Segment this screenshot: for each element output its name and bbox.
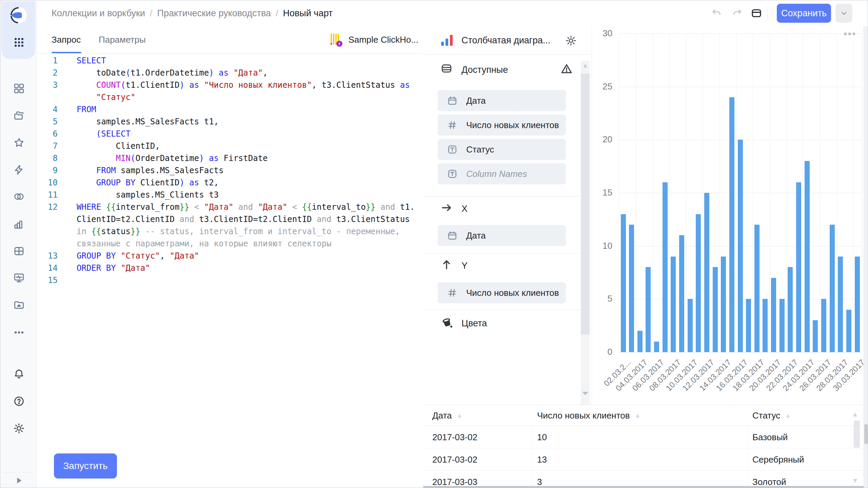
code-line[interactable]: 2 toDate(t1.OrderDatetime) as "Дата",: [37, 67, 423, 79]
code-line[interactable]: 1SELECT: [37, 55, 423, 67]
undo-icon[interactable]: [711, 7, 723, 19]
breadcrumb-collections[interactable]: Коллекции и воркбуки: [52, 8, 145, 19]
table-horizontal-scrollbar[interactable]: [423, 486, 864, 488]
bar-2017-03-02: [621, 214, 626, 352]
bar-2017-03-24: [805, 161, 810, 352]
datalens-logo[interactable]: [9, 6, 28, 25]
expand-sidebar-icon[interactable]: [14, 475, 24, 486]
topbar: Коллекции и воркбуки / Практические руко…: [37, 0, 868, 26]
services-icon[interactable]: [13, 83, 25, 94]
run-button[interactable]: Запустить: [54, 453, 117, 479]
table-header-label: Дата: [432, 410, 452, 421]
bar-2017-03-30: [855, 257, 860, 352]
table-cell: 2017-03-02: [432, 448, 477, 471]
field-chip-число-новых-клиентов[interactable]: Число новых клиентов: [438, 282, 566, 303]
settings-gear-icon[interactable]: [13, 423, 25, 434]
file-upload-folder-icon[interactable]: [13, 299, 25, 311]
save-options-button[interactable]: [835, 4, 852, 23]
sort-icon: ▲: [457, 412, 463, 419]
window-scrollbar-thumb[interactable]: [864, 424, 868, 444]
scroll-up-icon[interactable]: ▲: [582, 62, 588, 69]
code-line[interactable]: 3 COUNT(t1.ClientID) as "Число новых кли…: [37, 79, 423, 91]
code-line[interactable]: "Статус": [37, 91, 423, 103]
code-line[interactable]: 11 samples.MS_Clients t3: [37, 189, 423, 201]
code-line[interactable]: 15: [37, 274, 423, 286]
code-line[interactable]: 12WHERE {{interval_from}} < "Дата" and "…: [37, 201, 423, 213]
code-line[interactable]: 5 samples.MS_SalesFacts t1,: [37, 116, 423, 128]
dataset-selector[interactable]: Sample ClickHo...: [330, 26, 418, 53]
window-scrollbar[interactable]: [864, 26, 868, 488]
section-y-title: Y: [461, 261, 468, 271]
field-chip-число-новых-клиентов[interactable]: Число новых клиентов: [438, 115, 566, 136]
gridline: [820, 34, 820, 352]
calendar-icon: [447, 96, 457, 106]
code-line[interactable]: 6 (SELECT: [37, 128, 423, 140]
code-line[interactable]: 10 GROUP BY ClientID) as t2,: [37, 177, 423, 189]
bar-2017-03-23: [796, 182, 801, 352]
code-line[interactable]: 13GROUP BY "Статус", "Дата": [37, 250, 423, 262]
code-text: FROM: [58, 103, 96, 116]
paint-bucket-icon: [440, 316, 453, 329]
code-line[interactable]: 14ORDER BY "Дата": [37, 262, 423, 274]
apps-grid-icon[interactable]: [13, 37, 25, 48]
notifications-bell-icon[interactable]: [13, 368, 25, 380]
bar-2017-03-18: [754, 225, 760, 352]
field-chip-статус[interactable]: Статус: [438, 139, 566, 160]
breadcrumb-guides[interactable]: Практические руководства: [157, 8, 271, 19]
code-text: toDate(t1.OrderDatetime) as "Дата",: [58, 67, 268, 79]
panel-scroll-down-icon[interactable]: [580, 389, 591, 398]
field-chip-дата[interactable]: Дата: [438, 90, 566, 111]
table-cell: 10: [537, 426, 547, 448]
chart-menu-dots-icon[interactable]: •••: [844, 28, 856, 40]
code-line[interactable]: связанные с параметрами, на которые влия…: [37, 238, 423, 250]
section-divider: [423, 196, 592, 197]
quick-actions-bolt-icon[interactable]: [13, 164, 25, 176]
field-chip-label: Число новых клиентов: [466, 120, 559, 130]
save-button[interactable]: Сохранить: [777, 4, 831, 23]
field-chip-column-names[interactable]: Column Names: [438, 163, 566, 184]
code-line[interactable]: 8 MIN(OrderDatetime) as FirstDate: [37, 152, 423, 164]
code-line[interactable]: 4FROM: [37, 103, 423, 116]
chart-type-selector[interactable]: Столбчатая диагра...: [461, 26, 550, 55]
table-scroll-up-icon[interactable]: ▲: [852, 410, 859, 418]
more-dots-icon[interactable]: [13, 327, 25, 338]
panel-layout-icon[interactable]: [750, 7, 763, 19]
code-text: связанные с параметрами, на которые влия…: [58, 238, 331, 250]
code-line[interactable]: in {{status}} -- status, interval_from и…: [37, 225, 423, 238]
help-icon[interactable]: [13, 395, 25, 407]
section-x-title: X: [461, 204, 468, 214]
bar-2017-03-04: [637, 331, 643, 352]
gridline: [653, 34, 653, 352]
bar-2017-03-20: [771, 278, 776, 352]
tab-query[interactable]: Запрос: [52, 26, 81, 53]
table-scrollbar-thumb[interactable]: [854, 421, 860, 448]
warning-icon[interactable]: [560, 62, 573, 76]
gridline: [853, 34, 853, 352]
panel-scrollbar-thumb[interactable]: [581, 74, 590, 334]
code-line[interactable]: 7 ClientID,: [37, 140, 423, 152]
connections-icon[interactable]: [13, 191, 25, 202]
redo-icon[interactable]: [731, 7, 743, 19]
datasets-icon[interactable]: [13, 245, 25, 257]
sql-editor[interactable]: 1SELECT2 toDate(t1.OrderDatetime) as "Да…: [37, 55, 423, 286]
chart-settings-gear-icon[interactable]: [565, 34, 577, 47]
tab-parameters[interactable]: Параметры: [99, 26, 146, 53]
table-row: 2017-03-0210Базовый: [423, 426, 864, 448]
table-header-status[interactable]: Статус▲: [752, 405, 791, 426]
gridline: [636, 34, 636, 352]
table-header-new-clients[interactable]: Число новых клиентов▲: [537, 405, 640, 426]
code-line[interactable]: 9 FROM samples.MS_SalesFacts: [37, 164, 423, 177]
bar-2017-03-22: [788, 267, 793, 352]
favorites-star-icon[interactable]: [13, 137, 25, 148]
gridline: [836, 34, 837, 352]
table-header-label: Статус: [752, 410, 780, 421]
collections-icon[interactable]: [13, 110, 25, 121]
gridline: [703, 34, 703, 352]
clickhouse-icon: [330, 32, 343, 47]
charts-icon[interactable]: [13, 218, 25, 230]
dashboards-monitor-icon[interactable]: [13, 272, 25, 284]
code-line[interactable]: ClientID=t2.ClientID and t3.ClientID=t2.…: [37, 213, 423, 225]
field-chip-дата[interactable]: Дата: [438, 225, 566, 246]
table-scroll-down-icon[interactable]: ▼: [852, 477, 859, 485]
table-header-date[interactable]: Дата▲: [432, 405, 462, 426]
